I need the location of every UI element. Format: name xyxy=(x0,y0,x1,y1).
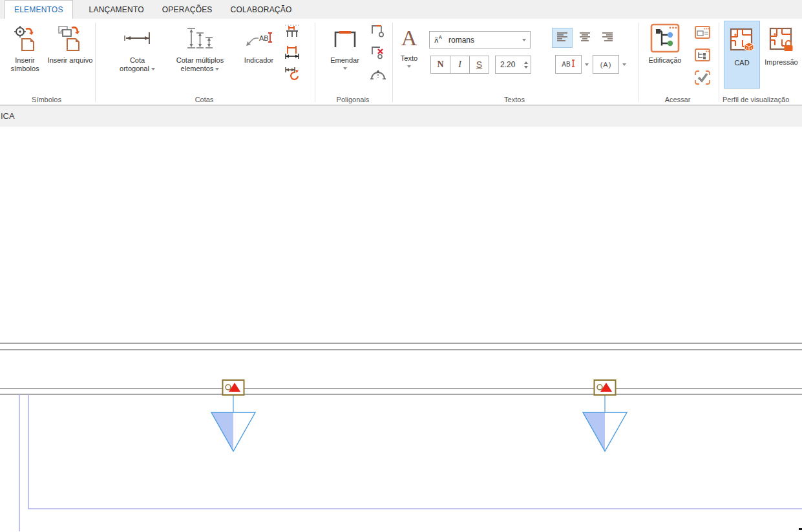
building-tree-icon xyxy=(650,23,680,56)
dropdown-caret-icon xyxy=(343,67,347,70)
text-variable-split-button: (A) xyxy=(593,55,629,74)
polyline-arc-button[interactable] xyxy=(369,66,387,84)
orthogonal-dimension-icon xyxy=(123,31,153,48)
group-label-cotas: Cotas xyxy=(96,96,313,103)
polyline-delete-node-icon xyxy=(370,45,386,63)
dropdown-caret-icon xyxy=(151,68,155,70)
group-cotas: Cota ortogonal xyxy=(96,19,315,105)
window-icon xyxy=(694,25,711,43)
font-name-value: romans xyxy=(448,36,520,45)
cota-atualizar-button[interactable] xyxy=(283,66,301,84)
button-label: Cota ortogonal xyxy=(120,56,149,72)
align-left-button[interactable] xyxy=(552,28,573,48)
inserir-arquivo-button[interactable]: Inserir arquivo xyxy=(48,19,93,92)
edit-text-dropdown[interactable] xyxy=(582,63,591,66)
bold-label: N xyxy=(437,59,443,70)
dropdown-caret-icon xyxy=(622,63,626,66)
edificacao-button[interactable]: Edificação xyxy=(641,19,689,65)
italic-button[interactable]: I xyxy=(450,56,470,74)
spin-up-icon[interactable] xyxy=(524,61,528,64)
dimension-comb-icon xyxy=(284,23,300,41)
button-label: Texto xyxy=(401,54,417,62)
text-size-spinner[interactable]: 2.20 xyxy=(495,56,531,74)
text-variable-button[interactable]: (A) xyxy=(593,55,619,74)
underline-label: S xyxy=(476,59,482,70)
cad-profile-button[interactable]: CAD xyxy=(724,21,760,89)
tab-lancamento[interactable]: LANÇAMENTO xyxy=(80,0,153,19)
align-center-button[interactable] xyxy=(575,28,595,48)
polyline-delete-node-button[interactable] xyxy=(369,45,387,63)
font-style-icon: ʌ̈ A xyxy=(434,34,444,45)
window-tree-icon xyxy=(694,47,711,65)
align-left-icon xyxy=(556,32,568,45)
tab-spacer xyxy=(73,0,80,19)
splice-bracket-icon xyxy=(331,28,359,51)
tab-label: LANÇAMENTO xyxy=(89,5,144,14)
dropdown-caret-icon xyxy=(215,68,219,70)
support-symbol xyxy=(583,380,627,451)
font-select[interactable]: ʌ̈ A romans xyxy=(429,31,531,48)
italic-label: I xyxy=(458,59,461,70)
texto-button[interactable]: A Texto xyxy=(394,19,424,68)
dropdown-caret-icon xyxy=(585,63,589,66)
button-label: Indicador xyxy=(244,56,273,64)
cota-vertical-button[interactable] xyxy=(283,45,301,63)
group-perfil: CAD Impressão Perfil de visualização xyxy=(719,19,802,105)
cota-associada-button[interactable] xyxy=(283,23,301,41)
cad-plan-icon xyxy=(729,27,755,56)
align-right-button[interactable] xyxy=(597,28,618,48)
spinner-arrows[interactable] xyxy=(521,56,531,73)
ribbon-tab-bar: ELEMENTOS LANÇAMENTO OPERAÇÕES COLABORAÇ… xyxy=(0,0,802,19)
polyline-node-button[interactable] xyxy=(369,23,387,41)
group-label-textos: Textos xyxy=(393,96,636,103)
button-label: Impressão xyxy=(765,58,797,66)
drawing-title-text: ICA xyxy=(1,111,15,121)
tab-colaboracao[interactable]: COLABORAÇÃO xyxy=(222,0,301,19)
open-window-button[interactable] xyxy=(693,25,712,43)
text-variable-dropdown[interactable] xyxy=(619,63,629,66)
dimension-edit-icon xyxy=(284,45,300,63)
spin-down-icon[interactable] xyxy=(524,66,528,69)
impressao-profile-button[interactable]: Impressão xyxy=(762,21,801,89)
tab-operacoes[interactable]: OPERAÇÕES xyxy=(153,0,222,19)
svg-text:ʌ̈: ʌ̈ xyxy=(434,36,439,43)
drawing-title-bar: ICA xyxy=(0,105,802,127)
insert-symbols-icon xyxy=(12,25,38,54)
arc-icon xyxy=(370,67,386,83)
group-label-perfil: Perfil de visualização xyxy=(719,96,799,103)
svg-text:A: A xyxy=(439,35,442,40)
text-icon: A xyxy=(399,27,419,51)
button-label: CAD xyxy=(734,59,749,67)
leader-indicator-icon: AB xyxy=(244,28,274,50)
group-label-poligonais: Poligonais xyxy=(315,96,390,103)
edit-text-split-button: AB xyxy=(555,55,591,74)
ribbon: Inserir símbolos Inserir arquivo xyxy=(0,19,802,105)
multiple-dimensions-icon xyxy=(186,27,215,52)
inserir-simbolos-button[interactable]: Inserir símbolos xyxy=(3,19,48,92)
group-label-simbolos: Símbolos xyxy=(0,96,93,103)
cube-badge-icon xyxy=(744,43,754,51)
button-label: Inserir símbolos xyxy=(10,56,39,72)
emendar-button[interactable]: Emendar xyxy=(321,19,369,92)
align-buttons xyxy=(552,28,618,48)
cotar-multiplos-button[interactable]: Cotar múltiplos elementos xyxy=(165,19,235,92)
checkmark-icon xyxy=(694,70,711,88)
cota-ortogonal-button[interactable]: Cota ortogonal xyxy=(110,19,165,92)
group-label-acessar: Acessar xyxy=(638,96,717,103)
verify-check-button[interactable] xyxy=(693,70,712,88)
dropdown-caret-icon xyxy=(407,65,411,68)
underline-button[interactable]: S xyxy=(469,56,489,74)
acessar-small-buttons xyxy=(693,20,712,88)
cotas-small-buttons xyxy=(283,19,301,92)
edit-text-button[interactable]: AB xyxy=(555,55,582,74)
window-tree-button[interactable] xyxy=(693,47,712,65)
group-poligonais: Emendar xyxy=(315,19,393,105)
tab-label: OPERAÇÕES xyxy=(162,5,213,14)
ab-label: AB xyxy=(562,61,570,68)
bold-button[interactable]: N xyxy=(430,56,450,74)
indicador-button[interactable]: AB Indicador xyxy=(235,19,283,92)
polyline-node-icon xyxy=(370,23,386,41)
tab-elementos[interactable]: ELEMENTOS xyxy=(5,0,73,19)
print-plan-icon xyxy=(768,27,794,55)
support-symbol xyxy=(211,380,255,451)
